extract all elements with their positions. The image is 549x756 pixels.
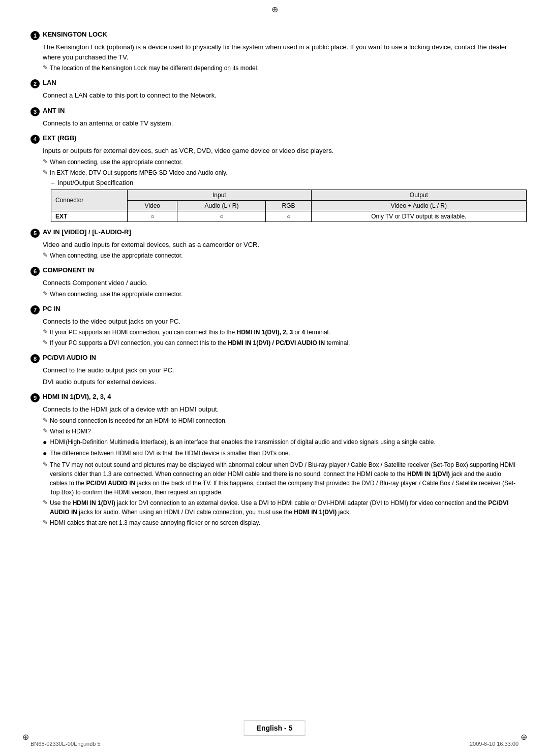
section-ext-rgb: 4 EXT (RGB) Inputs or outputs for extern…: [30, 134, 518, 222]
note-icon-9-5: ✎: [43, 519, 48, 526]
note-9-5-text: HDMI cables that are not 1.3 may cause a…: [50, 518, 260, 527]
section-1-body: The Kensington Lock (optional) is a devi…: [30, 42, 518, 73]
section-1-note-1: ✎ The location of the Kensington Lock ma…: [43, 64, 518, 73]
bullet-9-2-text: The difference between HDMI and DVI is t…: [50, 449, 290, 458]
section-5-num: 5: [30, 229, 40, 238]
spec-table: Connector Input Output Video Audio (L / …: [51, 190, 527, 222]
section-6-header: 6 COMPONENT IN: [30, 266, 518, 276]
section-9-bullet-1: ● HDMI(High-Definition Multimedia Interf…: [43, 437, 518, 448]
section-pcdvi-audio-in: 8 PC/DVI AUDIO IN Connect to the audio o…: [30, 354, 518, 387]
section-hdmi-in: 9 HDMI IN 1(DVI), 2, 3, 4 Connects to th…: [30, 393, 518, 527]
note-9-3-text: The TV may not output sound and pictures…: [50, 460, 518, 497]
note-1-text: The location of the Kensington Lock may …: [50, 64, 259, 73]
crosshair-top: ⊕: [269, 4, 280, 14]
note-5-1-text: When connecting, use the appropriate con…: [50, 251, 183, 260]
section-9-header: 9 HDMI IN 1(DVI), 2, 3, 4: [30, 393, 518, 402]
section-9-note-2: ✎ What is HDMI?: [43, 427, 518, 436]
bullet-9-1-text: HDMI(High-Definition Multimedia Interfac…: [50, 437, 435, 447]
note-icon-4-1: ✎: [43, 158, 48, 165]
section-3-header: 3 ANT IN: [30, 107, 518, 116]
section-1-header: 1 KENSINGTON LOCK: [30, 30, 518, 40]
note-icon-9-3: ✎: [43, 461, 48, 468]
section-4-num: 4: [30, 135, 40, 144]
table-cell-connector: EXT: [51, 211, 128, 222]
section-9-note-1: ✎ No sound connection is needed for an H…: [43, 416, 518, 425]
section-3-text: Connects to an antenna or cable TV syste…: [43, 118, 518, 129]
note-icon-7-2: ✎: [43, 339, 48, 346]
dash-icon: –: [51, 179, 54, 186]
table-subheader-video: Video: [128, 200, 177, 211]
note-9-4-text: Use the HDMI IN 1(DVI) jack for DVI conn…: [50, 498, 518, 517]
note-4-2-text: In EXT Mode, DTV Out supports MPEG SD Vi…: [50, 168, 228, 177]
section-5-header: 5 AV IN [VIDEO] / [L-AUDIO-R]: [30, 228, 518, 238]
table-header-connector: Connector: [51, 190, 128, 211]
section-pc-in: 7 PC IN Connects to the video output jac…: [30, 305, 518, 348]
section-6-note-1: ✎ When connecting, use the appropriate c…: [43, 290, 518, 299]
section-9-num: 9: [30, 393, 40, 402]
table-subheader-rgb: RGB: [266, 200, 311, 211]
note-icon: ✎: [43, 64, 48, 71]
section-4-dash: – Input/Output Specification: [51, 179, 518, 186]
crosshair-bottom-left: ⊕: [20, 732, 30, 742]
note-icon-6-1: ✎: [43, 290, 48, 297]
section-6-num: 6: [30, 267, 40, 276]
section-6-text: Connects Component video / audio.: [43, 278, 518, 288]
note-7-2-text: If your PC supports a DVI connection, yo…: [50, 338, 350, 348]
section-2-header: 2 LAN: [30, 79, 518, 88]
table-header-input: Input: [128, 190, 312, 200]
section-2-body: Connect a LAN cable to this port to conn…: [30, 90, 518, 101]
section-4-body: Inputs or outputs for external devices, …: [30, 146, 518, 222]
section-7-title: PC IN: [43, 305, 60, 312]
section-4-header: 4 EXT (RGB): [30, 134, 518, 144]
section-3-num: 3: [30, 107, 40, 116]
section-3-body: Connects to an antenna or cable TV syste…: [30, 118, 518, 129]
section-9-note-4: ✎ Use the HDMI IN 1(DVI) jack for DVI co…: [43, 498, 518, 517]
table-cell-output: Only TV or DTV output is available.: [311, 211, 526, 222]
dash-text: Input/Output Specification: [57, 179, 133, 186]
section-av-in: 5 AV IN [VIDEO] / [L-AUDIO-R] Video and …: [30, 228, 518, 261]
section-lan: 2 LAN Connect a LAN cable to this port t…: [30, 79, 518, 101]
section-5-text: Video and audio inputs for external devi…: [43, 240, 518, 250]
note-icon-9-4: ✎: [43, 499, 48, 506]
note-7-1-text: If your PC supports an HDMI connection, …: [50, 328, 330, 337]
note-icon-5-1: ✎: [43, 251, 48, 259]
section-9-text: Connects to the HDMI jack of a device wi…: [43, 404, 518, 415]
section-3-title: ANT IN: [43, 107, 65, 114]
crosshair-bottom-right: ⊕: [518, 732, 529, 742]
section-5-note-1: ✎ When connecting, use the appropriate c…: [43, 251, 518, 260]
note-icon-7-1: ✎: [43, 328, 48, 335]
page-container: ⊕ 1 KENSINGTON LOCK The Kensington Lock …: [0, 0, 549, 756]
section-8-title: PC/DVI AUDIO IN: [43, 354, 96, 361]
section-7-body: Connects to the video output jacks on yo…: [30, 317, 518, 348]
note-9-1-text: No sound connection is needed for an HDM…: [50, 416, 227, 425]
section-8-header: 8 PC/DVI AUDIO IN: [30, 354, 518, 363]
table-row: EXT ○ ○ ○ Only TV or DTV output is avail…: [51, 211, 527, 222]
section-kensington-lock: 1 KENSINGTON LOCK The Kensington Lock (o…: [30, 30, 518, 73]
section-8-text-2: DVI audio outputs for external devices.: [43, 377, 518, 387]
footer-left: BN68-02330E-00Eng.indb 5: [30, 741, 101, 747]
table-cell-rgb: ○: [266, 211, 311, 222]
section-8-num: 8: [30, 354, 40, 363]
section-7-num: 7: [30, 305, 40, 314]
section-8-text-1: Connect to the audio output jack on your…: [43, 365, 518, 375]
section-ant-in: 3 ANT IN Connects to an antenna or cable…: [30, 107, 518, 129]
bullet-icon-9-1: ●: [43, 437, 47, 448]
footer-right: 2009-6-10 16:33:00: [470, 741, 518, 747]
table-subheader-output-detail: Video + Audio (L / R): [311, 200, 526, 211]
content: 1 KENSINGTON LOCK The Kensington Lock (o…: [30, 20, 518, 527]
section-9-note-5: ✎ HDMI cables that are not 1.3 may cause…: [43, 518, 518, 527]
section-8-body: Connect to the audio output jack on your…: [30, 365, 518, 387]
section-1-text: The Kensington Lock (optional) is a devi…: [43, 42, 518, 62]
section-6-title: COMPONENT IN: [43, 266, 94, 274]
section-7-note-2: ✎ If your PC supports a DVI connection, …: [43, 338, 518, 348]
section-4-note-1: ✎ When connecting, use the appropriate c…: [43, 158, 518, 167]
section-2-num: 2: [30, 79, 40, 88]
section-4-text: Inputs or outputs for external devices, …: [43, 146, 518, 156]
section-component-in: 6 COMPONENT IN Connects Component video …: [30, 266, 518, 299]
section-7-text: Connects to the video output jacks on yo…: [43, 317, 518, 327]
note-9-2-text: What is HDMI?: [50, 427, 91, 436]
section-2-title: LAN: [43, 79, 56, 86]
table-header-output: Output: [311, 190, 526, 200]
table-cell-audio: ○: [177, 211, 266, 222]
note-4-1-text: When connecting, use the appropriate con…: [50, 158, 183, 167]
